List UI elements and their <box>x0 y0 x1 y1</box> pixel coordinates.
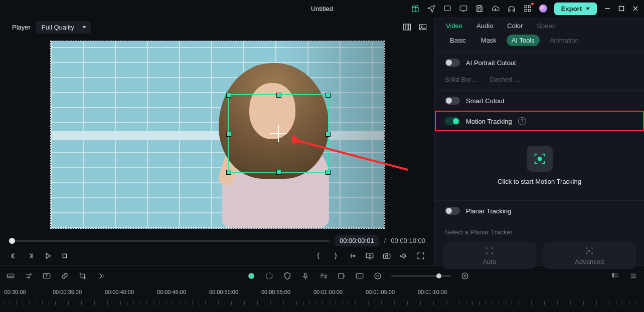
tab-audio[interactable]: Audio <box>476 22 493 30</box>
smart-cutout-toggle[interactable] <box>445 97 460 105</box>
account-avatar[interactable] <box>539 5 547 13</box>
time-label: 00:01:05:00 <box>366 289 395 295</box>
clip-selection[interactable] <box>50 41 385 229</box>
subtab-mask[interactable]: Mask <box>476 35 502 46</box>
mark-out-icon[interactable] <box>348 251 357 260</box>
time-label: 00:00:40:00 <box>105 289 134 295</box>
resize-handle[interactable] <box>226 93 231 98</box>
window-maximize-button[interactable] <box>618 5 625 12</box>
send-icon[interactable] <box>427 4 436 13</box>
volume-icon[interactable] <box>399 251 408 260</box>
planar-tracking-toggle[interactable] <box>445 207 460 215</box>
stop-icon[interactable] <box>60 251 69 260</box>
brace-close-icon[interactable] <box>331 251 340 260</box>
gift-icon[interactable] <box>411 4 420 13</box>
zoom-slider[interactable] <box>391 275 451 277</box>
resize-handle[interactable] <box>326 170 331 175</box>
layout-grid-icon[interactable] <box>402 23 411 32</box>
color-wheel-icon[interactable] <box>265 271 274 280</box>
save-icon[interactable] <box>475 4 484 13</box>
link-icon[interactable] <box>60 271 69 280</box>
resize-handle[interactable] <box>326 132 331 137</box>
timeline-settings-icon[interactable] <box>629 271 638 280</box>
ai-portrait-toggle[interactable] <box>445 59 460 67</box>
more-tools-icon[interactable] <box>96 271 105 280</box>
window-close-button[interactable] <box>632 5 639 12</box>
seek-knob[interactable] <box>9 238 15 244</box>
subtab-animation[interactable]: Animation <box>545 35 584 46</box>
brace-open-icon[interactable] <box>314 251 323 260</box>
seek-bar-row: 00:00:00:01 / 00:00:10:00 <box>4 232 430 247</box>
play-icon[interactable] <box>43 251 52 260</box>
time-label: 00:00:35:00 <box>53 289 82 295</box>
keyboard-icon[interactable] <box>6 271 15 280</box>
timeline-ruler[interactable]: 00:30:0000:00:35:0000:00:40:0000:00:45:0… <box>0 286 644 312</box>
seek-bar[interactable] <box>9 240 330 242</box>
start-motion-tracking-button[interactable] <box>527 146 553 172</box>
ai-portrait-cutout-row: AI Portrait Cutout <box>435 52 644 73</box>
motion-tracking-toggle[interactable] <box>445 117 460 125</box>
fullscreen-icon[interactable] <box>416 251 425 260</box>
planar-tracking-label: Planar Tracking <box>466 207 511 215</box>
planar-tracker-select-label: Select a Planar Tracker <box>435 221 644 240</box>
help-icon[interactable]: ? <box>518 117 526 125</box>
window-minimize-button[interactable] <box>604 5 611 12</box>
step-back-icon[interactable] <box>9 251 18 260</box>
export-button[interactable]: Export <box>554 3 597 15</box>
caption-icon[interactable] <box>355 271 364 280</box>
crosshair-icon <box>270 125 287 142</box>
svg-point-24 <box>589 250 590 251</box>
portrait-stroke-options: Solid Bor… Dashed … <box>435 73 644 90</box>
tracker-option-auto[interactable]: Auto <box>443 242 536 269</box>
svg-rect-4 <box>478 9 481 12</box>
resize-handle[interactable] <box>226 170 231 175</box>
timeline-view-icon[interactable] <box>611 271 620 280</box>
svg-rect-1 <box>444 6 450 11</box>
ai-orb-icon[interactable] <box>247 271 256 280</box>
tracker-option-advanced[interactable]: Advanced <box>543 242 636 269</box>
svg-point-20 <box>369 255 371 256</box>
resize-handle[interactable] <box>226 132 231 137</box>
current-time: 00:00:00:01 <box>335 235 379 246</box>
settings-sliders-icon[interactable] <box>24 271 33 280</box>
music-list-icon[interactable] <box>319 271 328 280</box>
quality-select[interactable]: Full Quality <box>36 21 91 34</box>
resize-handle[interactable] <box>326 93 331 98</box>
tab-speed[interactable]: Speed <box>537 22 556 30</box>
subtab-basic[interactable]: Basic <box>445 35 471 46</box>
tab-color[interactable]: Color <box>507 22 523 30</box>
tab-video[interactable]: Video <box>446 22 462 30</box>
sub-tabs: Basic Mask AI Tools Animation <box>435 33 644 52</box>
subtab-ai-tools[interactable]: AI Tools <box>507 35 540 46</box>
svg-rect-34 <box>356 274 363 278</box>
motion-tracking-row: Motion Tracking ? <box>435 111 644 131</box>
text-clip-icon[interactable] <box>42 271 51 280</box>
step-forward-icon[interactable] <box>26 251 35 260</box>
snapshot-icon[interactable] <box>382 251 391 260</box>
image-icon[interactable] <box>418 23 427 32</box>
motion-tracking-cta: Click to start Motion Tracking <box>498 178 581 185</box>
zoom-knob[interactable] <box>436 273 441 278</box>
svg-rect-12 <box>403 24 405 30</box>
time-label: 00:01:10:00 <box>418 289 447 295</box>
headphones-icon[interactable] <box>507 4 516 13</box>
preview-canvas[interactable] <box>4 37 430 232</box>
svg-rect-25 <box>7 274 14 278</box>
resize-handle[interactable] <box>276 170 281 175</box>
time-label: 00:30:00 <box>5 289 26 295</box>
resize-handle[interactable] <box>276 93 281 98</box>
zoom-out-icon[interactable] <box>373 271 382 280</box>
zoom-in-icon[interactable] <box>460 271 469 280</box>
svg-rect-38 <box>612 275 614 277</box>
motion-tracking-target[interactable] <box>228 94 329 173</box>
apps-icon[interactable] <box>523 4 532 13</box>
crop-icon[interactable] <box>78 271 87 280</box>
desktop-icon[interactable] <box>459 4 468 13</box>
add-media-icon[interactable] <box>337 271 346 280</box>
message-icon[interactable] <box>443 4 452 13</box>
shield-icon[interactable] <box>283 271 292 280</box>
chevron-down-icon <box>82 26 86 29</box>
mic-icon[interactable] <box>301 271 310 280</box>
display-record-icon[interactable] <box>365 251 374 260</box>
cloud-download-icon[interactable] <box>491 4 500 13</box>
